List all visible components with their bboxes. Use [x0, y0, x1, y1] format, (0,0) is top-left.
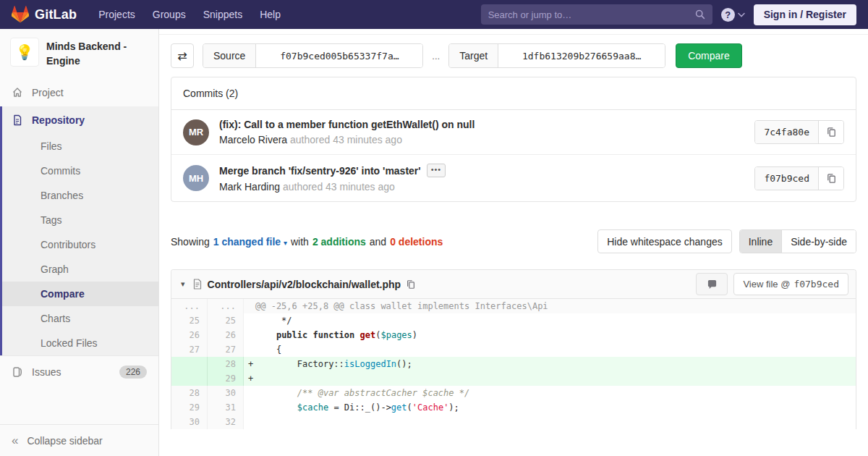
- tanuki-icon: [12, 6, 29, 23]
- copy-icon: [826, 173, 837, 184]
- diff-code: public function get($pages): [244, 328, 856, 342]
- nav-link-groups[interactable]: Groups: [144, 0, 195, 29]
- diff-code: @@ -25,6 +25,8 @@ class wallet implement…: [244, 299, 856, 313]
- diff-marker: +: [244, 371, 255, 386]
- home-icon: [12, 87, 23, 98]
- project-title: Minds Backend - Engine: [46, 38, 148, 69]
- commit-row: MR(fix): Call to a member function getEt…: [171, 110, 856, 155]
- old-line-number[interactable]: 26: [171, 328, 208, 342]
- old-line-number[interactable]: [171, 357, 208, 371]
- nav-link-snippets[interactable]: Snippets: [195, 0, 251, 29]
- copy-sha-button[interactable]: [819, 167, 843, 190]
- new-line-number[interactable]: 30: [208, 386, 244, 400]
- top-navbar: GitLab ProjectsGroupsSnippetsHelp ? Sign…: [0, 0, 868, 29]
- document-icon: [12, 114, 23, 126]
- sidebar-item-files[interactable]: Files: [2, 134, 158, 159]
- new-line-number[interactable]: 28: [208, 357, 244, 371]
- commit-sha[interactable]: 7c4fa80e: [755, 121, 819, 143]
- copy-icon: [826, 127, 837, 138]
- nav-link-projects[interactable]: Projects: [90, 0, 144, 29]
- project-context[interactable]: 💡 Minds Backend - Engine: [0, 29, 158, 79]
- new-line-number[interactable]: ...: [208, 299, 244, 313]
- sidebar-item-charts[interactable]: Charts: [2, 306, 158, 331]
- issues-label: Issues: [32, 366, 61, 378]
- inline-view-button[interactable]: Inline: [740, 230, 781, 253]
- copy-path-button[interactable]: [406, 279, 416, 290]
- collapse-diff-icon[interactable]: ▾: [179, 279, 187, 289]
- help-icon: ?: [721, 8, 735, 22]
- sidebar-item-issues[interactable]: Issues 226: [0, 355, 158, 388]
- sidebar-item-compare[interactable]: Compare: [2, 282, 158, 306]
- new-line-number[interactable]: 27: [208, 342, 244, 357]
- commit-author-link[interactable]: Mark Harding: [219, 181, 280, 193]
- sidebar-item-tags[interactable]: Tags: [2, 208, 158, 232]
- showing-label: Showing: [171, 236, 210, 248]
- copy-sha-button[interactable]: [819, 121, 843, 143]
- collapse-sidebar-button[interactable]: « Collapse sidebar: [0, 424, 158, 456]
- old-line-number[interactable]: 27: [171, 342, 208, 357]
- commits-card: Commits (2) MR(fix): Call to a member fu…: [171, 77, 856, 202]
- sidebar-item-project[interactable]: Project: [0, 79, 158, 106]
- view-file-button[interactable]: View file @ f07b9ced: [733, 273, 848, 295]
- hide-whitespace-button[interactable]: Hide whitespace changes: [597, 229, 732, 253]
- old-line-number[interactable]: 29: [171, 400, 208, 415]
- collapse-label: Collapse sidebar: [27, 435, 102, 447]
- sidebar-item-commits[interactable]: Commits: [2, 159, 158, 183]
- gitlab-logo[interactable]: GitLab: [12, 6, 77, 23]
- diff-line: 2830 /** @var abstractCacher $cache */: [171, 386, 856, 400]
- sidebar-item-repository[interactable]: Repository: [2, 106, 158, 134]
- commit-author-link[interactable]: Marcelo Rivera: [219, 134, 287, 145]
- diff-line: 2727 {: [171, 342, 856, 357]
- sidebar-item-branches[interactable]: Branches: [2, 183, 158, 208]
- chevron-down-icon: [738, 12, 745, 17]
- global-search[interactable]: [481, 4, 712, 25]
- old-line-number[interactable]: [171, 371, 208, 386]
- brand-name: GitLab: [35, 7, 77, 22]
- collapse-icon: «: [12, 434, 18, 447]
- commit-title-link[interactable]: Merge branch 'fix/sentry-926' into 'mast…: [219, 165, 421, 177]
- old-line-number[interactable]: ...: [171, 299, 208, 313]
- new-line-number[interactable]: 26: [208, 328, 244, 342]
- nav-link-help[interactable]: Help: [251, 0, 289, 29]
- sidebar-item-locked-files[interactable]: Locked Files: [2, 331, 158, 355]
- new-line-number[interactable]: 25: [208, 313, 244, 328]
- old-line-number[interactable]: 30: [171, 415, 208, 429]
- old-line-number[interactable]: 25: [171, 313, 208, 328]
- sidebar-item-graph[interactable]: Graph: [2, 257, 158, 282]
- diff-code: $cache = Di::_()->get('Cache');: [244, 400, 856, 415]
- commit-author-avatar[interactable]: MH: [183, 165, 209, 191]
- new-line-number[interactable]: 32: [208, 415, 244, 429]
- help-dropdown[interactable]: ?: [721, 8, 745, 22]
- diff-file-path[interactable]: Controllers/api/v2/blockchain/wallet.php: [208, 279, 401, 290]
- sign-in-register-button[interactable]: Sign in / Register: [754, 4, 856, 25]
- commit-sha[interactable]: f07b9ced: [755, 167, 819, 190]
- commit-meta-text: authored 43 minutes ago: [290, 134, 402, 145]
- new-line-number[interactable]: 31: [208, 400, 244, 415]
- diff-code: */: [244, 313, 856, 328]
- swap-revisions-button[interactable]: ⇄: [171, 43, 194, 68]
- new-line-number[interactable]: 29: [208, 371, 244, 386]
- commit-author-avatar[interactable]: MR: [183, 119, 209, 145]
- source-label: Source: [203, 44, 256, 67]
- commits-header: Commits (2): [171, 77, 856, 110]
- changed-files-dropdown[interactable]: 1 changed file ▾: [213, 236, 287, 248]
- search-input[interactable]: [488, 9, 695, 20]
- repository-subitems: FilesCommitsBranchesTagsContributorsGrap…: [2, 134, 158, 355]
- target-ref-field[interactable]: 1dfb613209b276659aa8…: [498, 44, 665, 67]
- diff-line: 2931 $cache = Di::_()->get('Cache');: [171, 400, 856, 415]
- deletions-count: 0 deletions: [390, 236, 443, 248]
- diff-code: /** @var abstractCacher $cache */: [244, 386, 856, 400]
- navbar-links: ProjectsGroupsSnippetsHelp: [90, 0, 289, 29]
- compare-button[interactable]: Compare: [676, 43, 742, 68]
- source-ref-field[interactable]: f07b9ced005b65337f7a…: [256, 44, 422, 67]
- diff-line: 29+: [171, 371, 856, 386]
- expand-commit-message-button[interactable]: •••: [427, 164, 446, 177]
- toggle-comments-button[interactable]: [696, 273, 728, 295]
- view-file-hash: f07b9ced: [793, 279, 839, 290]
- old-line-number[interactable]: 28: [171, 386, 208, 400]
- commit-title-link[interactable]: (fix): Call to a member function getEthW…: [219, 119, 475, 130]
- side-by-side-view-button[interactable]: Side-by-side: [781, 230, 856, 253]
- left-sidebar: 💡 Minds Backend - Engine Project Reposit…: [0, 29, 159, 456]
- target-ref-group: Target 1dfb613209b276659aa8…: [448, 43, 665, 68]
- sidebar-item-contributors[interactable]: Contributors: [2, 232, 158, 257]
